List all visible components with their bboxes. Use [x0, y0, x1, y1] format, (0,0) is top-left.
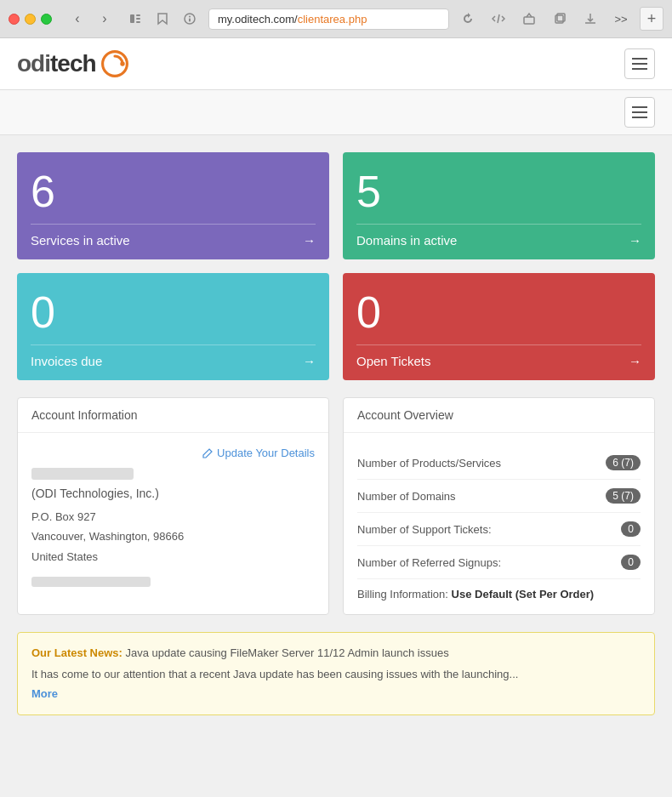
maximize-button[interactable] [41, 14, 52, 25]
domains-footer: Domains in active → [356, 224, 641, 248]
svg-rect-3 [136, 21, 140, 23]
account-overview-panel: Account Overview Number of Products/Serv… [343, 397, 655, 615]
duplicate-tab-button[interactable] [548, 7, 572, 31]
more-tools-button[interactable]: >> [609, 7, 633, 31]
refresh-button[interactable] [456, 7, 480, 31]
svg-rect-7 [189, 19, 191, 22]
address-bar[interactable]: my.oditech.com/clientarea.php [208, 9, 449, 30]
browser-chrome: ‹ › my.oditech.com/clientarea.php [0, 0, 672, 38]
domains-badge: 5 (7) [606, 488, 641, 504]
tickets-stat-card[interactable]: 0 Open Tickets → [343, 273, 655, 380]
url-text: my.oditech.com/clientarea.php [218, 13, 367, 26]
svg-rect-1 [136, 14, 140, 16]
hamburger-line [632, 111, 647, 113]
logo-icon [100, 48, 130, 79]
svg-point-13 [120, 61, 124, 65]
blurred-phone-bar [31, 577, 151, 587]
tickets-footer: Open Tickets → [356, 344, 641, 368]
pencil-icon [202, 447, 214, 459]
services-stat-card[interactable]: 6 Services in active → [17, 152, 329, 259]
products-badge: 6 (7) [606, 455, 641, 470]
invoices-label: Invoices due [31, 354, 102, 368]
account-info-header: Account Information [18, 398, 328, 433]
billing-info: Billing Information: Use Default (Set Pe… [357, 579, 641, 601]
secondary-hamburger-button[interactable] [624, 97, 655, 128]
share-button[interactable] [517, 7, 541, 31]
referrals-row: Number of Referred Signups: 0 [357, 546, 641, 579]
invoices-footer: Invoices due → [31, 344, 316, 368]
hamburger-menu-button[interactable] [624, 48, 655, 79]
svg-rect-9 [524, 17, 534, 24]
hamburger-line [632, 58, 647, 60]
account-info-panel: Account Information Update Your Details … [17, 397, 329, 615]
account-address: P.O. Box 927 Vancouver, Washington, 9866… [31, 507, 315, 566]
update-details-link[interactable]: Update Your Details [31, 447, 315, 459]
tickets-badge: 0 [621, 521, 641, 537]
news-body: It has come to our attention that a rece… [31, 666, 641, 684]
address-line2: Vancouver, Washington, 98666 [31, 527, 315, 546]
browser-tools-left [123, 7, 202, 31]
invoices-count: 0 [31, 290, 316, 334]
account-overview-header: Account Overview [344, 398, 654, 433]
tickets-row: Number of Support Tickets: 0 [357, 513, 641, 546]
news-header-line: Our Latest News: Java update causing Fil… [31, 645, 641, 663]
domains-overview-label: Number of Domains [357, 490, 456, 503]
close-button[interactable] [9, 14, 20, 25]
news-banner: Our Latest News: Java update causing Fil… [17, 632, 655, 715]
billing-value: Use Default (Set Per Order) [452, 588, 595, 601]
services-arrow: → [303, 233, 316, 248]
tickets-label: Open Tickets [356, 354, 431, 368]
traffic-lights [9, 14, 52, 25]
services-count: 6 [31, 169, 316, 213]
services-label: Services in active [31, 233, 130, 248]
domains-count: 5 [356, 169, 641, 213]
products-row: Number of Products/Services 6 (7) [357, 447, 641, 480]
products-label: Number of Products/Services [357, 457, 501, 470]
account-overview-body: Number of Products/Services 6 (7) Number… [344, 433, 654, 614]
svg-marker-4 [158, 14, 167, 24]
account-overview-title: Account Overview [357, 408, 453, 422]
company-name: (ODI Technologies, Inc.) [31, 487, 315, 500]
developer-tools-button[interactable] [487, 7, 510, 31]
back-button[interactable]: ‹ [65, 7, 89, 31]
news-title-text: Java update causing FileMaker Server 11/… [126, 646, 449, 659]
domains-arrow: → [629, 233, 641, 248]
new-tab-button[interactable]: + [640, 7, 663, 31]
domains-row: Number of Domains 5 (7) [357, 480, 641, 513]
logo-tech: tech [50, 50, 96, 77]
news-label: Our Latest News: [31, 646, 122, 659]
hamburger-line [632, 68, 647, 70]
address-line1: P.O. Box 927 [31, 507, 315, 527]
forward-button[interactable]: › [93, 7, 117, 31]
stats-grid: 6 Services in active → 5 Domains in acti… [17, 152, 655, 380]
invoices-stat-card[interactable]: 0 Invoices due → [17, 273, 329, 380]
tickets-count: 0 [356, 290, 641, 334]
download-button[interactable] [578, 7, 602, 31]
svg-rect-0 [130, 14, 134, 23]
svg-point-6 [189, 16, 191, 18]
site-header: oditech [0, 38, 672, 90]
svg-line-8 [498, 14, 499, 23]
hamburger-line [632, 117, 647, 118]
main-content: 6 Services in active → 5 Domains in acti… [0, 135, 672, 732]
account-info-title: Account Information [31, 408, 138, 422]
services-footer: Services in active → [31, 224, 316, 248]
domains-stat-card[interactable]: 5 Domains in active → [343, 152, 655, 259]
invoices-arrow: → [303, 354, 316, 368]
account-info-body: Update Your Details (ODI Technologies, I… [18, 433, 328, 607]
logo-odi: odi [17, 50, 50, 77]
minimize-button[interactable] [25, 14, 36, 25]
hamburger-line [632, 63, 647, 65]
bookmark-button[interactable] [151, 7, 174, 31]
browser-titlebar: ‹ › my.oditech.com/clientarea.php [0, 0, 672, 37]
secondary-nav [0, 90, 672, 135]
info-button[interactable] [178, 7, 202, 31]
news-more-link[interactable]: More [31, 687, 58, 700]
blurred-name-bar [31, 468, 134, 480]
hamburger-line [632, 106, 647, 108]
reader-view-button[interactable] [123, 7, 147, 31]
tickets-overview-label: Number of Support Tickets: [357, 523, 492, 536]
logo[interactable]: oditech [17, 48, 130, 79]
svg-rect-2 [136, 18, 140, 20]
info-grid: Account Information Update Your Details … [17, 397, 655, 615]
